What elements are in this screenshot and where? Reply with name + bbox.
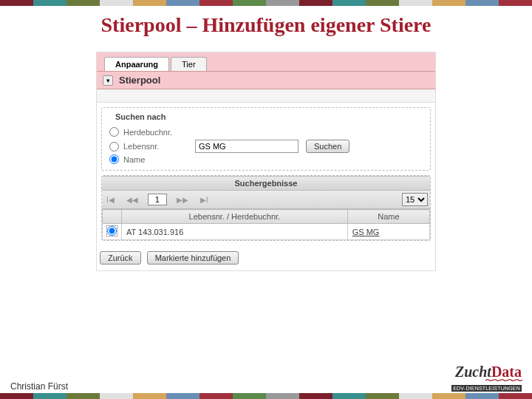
action-row: Zurück Markierte hinzufügen [97,245,435,270]
radio-herdebuchnr[interactable] [109,127,119,137]
radio-label-lebensnr: Lebensnr. [123,142,159,151]
results-header: Suchergebnisse [102,176,430,191]
col-lebensnr[interactable]: Lebensnr. / Herdebuchnr. [122,210,348,224]
radio-label-herdebuchnr: Herdebuchnr. [123,128,172,137]
radio-lebensnr[interactable] [109,142,119,151]
pager-next-icon[interactable]: ▶▶ [174,196,191,204]
author-label: Christian Fürst [10,381,68,392]
bottom-color-strip [0,393,532,399]
search-input[interactable] [195,140,299,153]
section-title: Stierpool [119,75,160,86]
cell-lebensnr: AT 143.031.916 [122,224,348,240]
results-fieldset: Suchergebnisse I◀ ◀◀ ▶▶ ▶I 15 Lebensnr. … [101,175,431,241]
page-title: Stierpool – Hinzufügen eigener Stiere [0,13,532,37]
chevron-down-icon[interactable]: ▾ [103,75,113,86]
radio-name[interactable] [109,154,119,164]
pager-first-icon[interactable]: I◀ [104,196,117,204]
table-header-row: Lebensnr. / Herdebuchnr. Name [103,210,430,224]
pager-pagesize-select[interactable]: 15 [402,193,428,206]
radio-label-name: Name [123,155,145,164]
toolbar-spacer [97,89,435,103]
app-panel: Anpaarung Tier ▾ Stierpool Suchen nach H… [96,52,436,271]
tab-tier[interactable]: Tier [171,57,207,71]
row-select-radio[interactable] [107,226,117,236]
logo-tagline: EDV-DIENSTLEISTUNGEN [451,385,522,392]
search-button[interactable]: Suchen [306,140,349,153]
tab-bar: Anpaarung Tier [97,52,435,72]
pager-page-input[interactable] [148,194,167,205]
search-fieldset: Suchen nach Herdebuchnr. Lebensnr. Suche… [101,107,431,171]
section-header: ▾ Stierpool [97,72,435,89]
logo: ZuchtData 〜〜〜〜〜 EDV-DIENSTLEISTUNGEN [451,364,522,392]
results-table: Lebensnr. / Herdebuchnr. Name AT 143.031… [102,209,430,240]
col-name[interactable]: Name [347,210,429,224]
pager-prev-icon[interactable]: ◀◀ [124,196,140,204]
pager: I◀ ◀◀ ▶▶ ▶I 15 [102,191,430,209]
add-selected-button[interactable]: Markierte hinzufügen [147,251,239,265]
table-row: AT 143.031.916 GS MG [103,224,430,240]
footer: Christian Fürst ZuchtData 〜〜〜〜〜 EDV-DIEN… [0,364,532,399]
back-button[interactable]: Zurück [100,251,141,265]
top-color-strip [0,0,532,6]
pager-last-icon[interactable]: ▶I [198,196,211,204]
cell-name: GS MG [347,224,429,240]
search-legend: Suchen nach [112,112,168,121]
tab-anpaarung[interactable]: Anpaarung [104,57,169,71]
logo-wave-icon: 〜〜〜〜〜 [485,376,522,385]
